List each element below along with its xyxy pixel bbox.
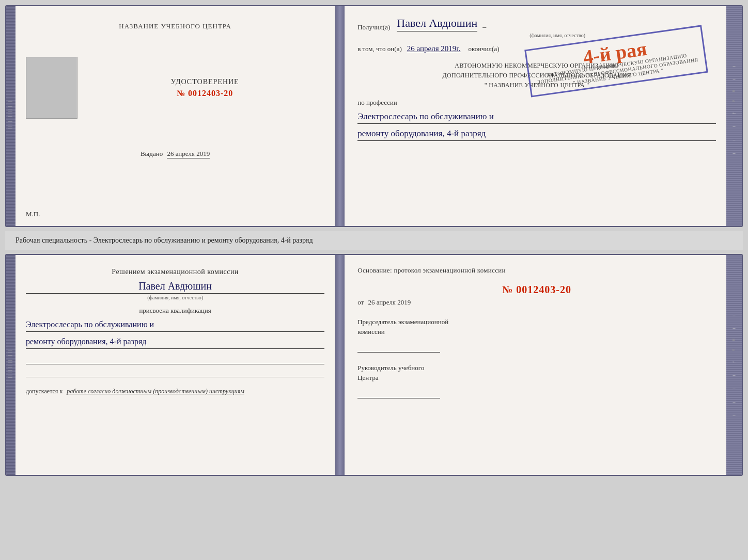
okonchil-label: окончил(а) (469, 45, 500, 53)
bottom-left-strip: |||||||||||| (6, 255, 15, 475)
left-decorative-strip: |||||||||||| (6, 6, 15, 226)
predsedatel-block: Председатель экзаменационной комиссии (357, 317, 716, 353)
profession-line1-top: Электрослесарь по обслуживанию и (357, 109, 716, 124)
poluchil-line: Получил(a) Павел Авдюшин – (357, 17, 716, 31)
top-left-page: НАЗВАНИЕ УЧЕБНОГО ЦЕНТРА УДОСТОВЕРЕНИЕ №… (15, 6, 335, 226)
profession-line2-top: ремонту оборудования, 4-й разряд (357, 126, 716, 141)
predsedatel-line2: комиссии (357, 327, 716, 337)
vydano-date: 26 апреля 2019 (167, 150, 210, 158)
left-strip-text: |||||||||||| (8, 101, 13, 131)
poluchil-prefix: Получил(a) (357, 23, 390, 31)
top-left-title: НАЗВАНИЕ УЧЕБНОГО ЦЕНТРА (119, 22, 231, 31)
bottom-left-page: Решением экзаменационной комиссии Павел … (15, 255, 335, 475)
poluchil-name: Павел Авдюшин (397, 17, 477, 31)
ot-prefix: от (357, 298, 364, 306)
rukovoditel-line2: Центра (357, 373, 716, 383)
predsedatel-line1: Председатель экзаменационной (357, 317, 716, 327)
bottom-name: Павел Авдюшин (26, 280, 324, 294)
bottom-profession-line1: Электрослесарь по обслуживанию и (26, 317, 324, 332)
udostoverenie-number: № 0012403-20 (177, 89, 233, 98)
vtom-date: 26 апреля 2019г. (407, 44, 461, 53)
bottom-certificate-book: |||||||||||| Решением экзаменационной ко… (5, 254, 743, 476)
page-wrapper: |||||||||||| НАЗВАНИЕ УЧЕБНОГО ЦЕНТРА УД… (0, 0, 748, 560)
vydano-prefix: Выдано (141, 150, 163, 157)
udostoverenie-text-block: УДОСТОВЕРЕНИЕ № 0012403-20 (85, 78, 324, 98)
vtom-prefix: в том, что он(a) (357, 45, 402, 53)
osnovanie-text: Основание: протокол экзаменационной коми… (357, 265, 716, 276)
top-certificate-book: |||||||||||| НАЗВАНИЕ УЧЕБНОГО ЦЕНТРА УД… (5, 5, 743, 227)
po-professii: по профессии Электрослесарь по обслужива… (357, 99, 716, 141)
fio-label-bottom: (фамилия, имя, отчество) (26, 295, 324, 300)
rukovoditel-block: Руководитель учебного Центра (357, 363, 716, 398)
bottom-profession-line2: ремонту оборудования, 4-й разряд (26, 334, 324, 349)
rukovoditel-sig-line (357, 388, 440, 398)
bottom-right-edge-strip: – – и а ← – – – – (726, 255, 742, 475)
proto-number: № 0012403-20 (357, 284, 716, 296)
mp-label: М.П. (26, 210, 40, 218)
bottom-right-page: Основание: протокол экзаменационной коми… (345, 255, 726, 475)
ot-date: 26 апреля 2019 (368, 298, 411, 306)
dopuskaetsya-prefix: допускается к (26, 388, 63, 395)
lines-block (26, 354, 324, 380)
rukovoditel-line1: Руководитель учебного (357, 363, 716, 373)
po-professii-label: по профессии (357, 99, 397, 106)
prisvoena-label: присвоена квалификация (26, 307, 324, 315)
udostoverenie-label: УДОСТОВЕРЕНИЕ (85, 78, 324, 86)
predsedatel-sig-line (357, 342, 440, 353)
dopuskaetsya-text: допускается к работе согласно должностны… (26, 388, 244, 395)
bottom-spine (335, 255, 345, 475)
udostoverenie-section: УДОСТОВЕРЕНИЕ № 0012403-20 (26, 57, 324, 119)
middle-text: Рабочая специальность - Электрослесарь п… (5, 231, 743, 250)
bottom-left-strip-text: |||||||||||| (8, 350, 13, 380)
ot-line: от 26 апреля 2019 (357, 298, 716, 307)
top-right-page: Получил(a) Павел Авдюшин – (фамилия, имя… (345, 6, 726, 226)
sig-line-2 (26, 367, 324, 377)
middle-specialty-text: Рабочая специальность - Электрослесарь п… (15, 236, 313, 244)
top-right-edge-strip: – – и а ← – – – – (726, 6, 742, 226)
dopuskaetsya-main: работе согласно должностным (производств… (67, 388, 244, 395)
resheniyem-label: Решением экзаменационной комиссии (26, 268, 324, 276)
sig-line-1 (26, 354, 324, 364)
top-right-dash: – (482, 23, 486, 31)
vydano-line: Выдано 26 апреля 2019 (26, 150, 324, 158)
top-spine (335, 6, 345, 226)
photo-placeholder (26, 57, 77, 119)
